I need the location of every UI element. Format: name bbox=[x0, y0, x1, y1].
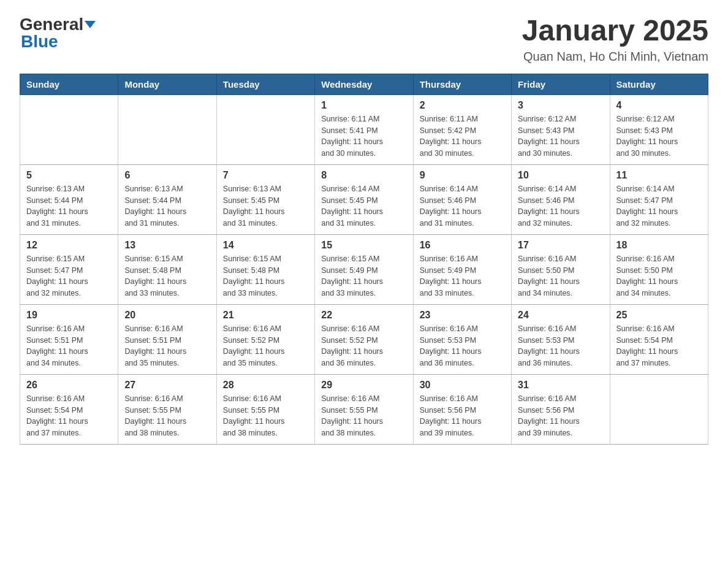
day-info: Sunrise: 6:16 AM Sunset: 5:51 PM Dayligh… bbox=[124, 323, 210, 369]
day-number: 4 bbox=[616, 100, 702, 111]
calendar-cell: 9Sunrise: 6:14 AM Sunset: 5:46 PM Daylig… bbox=[413, 164, 511, 234]
day-info: Sunrise: 6:16 AM Sunset: 5:53 PM Dayligh… bbox=[518, 323, 603, 369]
calendar-cell: 5Sunrise: 6:13 AM Sunset: 5:44 PM Daylig… bbox=[20, 164, 118, 234]
day-info: Sunrise: 6:16 AM Sunset: 5:56 PM Dayligh… bbox=[420, 393, 505, 439]
calendar-day-header: Wednesday bbox=[315, 74, 413, 94]
day-number: 10 bbox=[518, 170, 603, 181]
header: General Blue January 2025 Quan Nam, Ho C… bbox=[20, 15, 708, 64]
calendar-cell: 4Sunrise: 6:12 AM Sunset: 5:43 PM Daylig… bbox=[610, 94, 708, 164]
day-number: 17 bbox=[518, 240, 603, 251]
day-info: Sunrise: 6:16 AM Sunset: 5:51 PM Dayligh… bbox=[26, 323, 112, 369]
day-number: 2 bbox=[420, 100, 505, 111]
logo-area: General Blue bbox=[20, 15, 97, 52]
day-number: 28 bbox=[223, 380, 308, 391]
day-number: 30 bbox=[420, 380, 505, 391]
calendar-cell: 28Sunrise: 6:16 AM Sunset: 5:55 PM Dayli… bbox=[216, 374, 314, 444]
day-info: Sunrise: 6:13 AM Sunset: 5:44 PM Dayligh… bbox=[26, 183, 112, 229]
calendar-cell: 14Sunrise: 6:15 AM Sunset: 5:48 PM Dayli… bbox=[216, 234, 314, 304]
day-number: 5 bbox=[26, 170, 112, 181]
calendar-day-header: Tuesday bbox=[216, 74, 314, 94]
day-info: Sunrise: 6:16 AM Sunset: 5:55 PM Dayligh… bbox=[124, 393, 210, 439]
calendar-cell: 15Sunrise: 6:15 AM Sunset: 5:49 PM Dayli… bbox=[315, 234, 413, 304]
title-area: January 2025 Quan Nam, Ho Chi Minh, Viet… bbox=[522, 15, 708, 64]
page-subtitle: Quan Nam, Ho Chi Minh, Vietnam bbox=[522, 50, 708, 64]
day-number: 15 bbox=[321, 240, 406, 251]
day-info: Sunrise: 6:11 AM Sunset: 5:41 PM Dayligh… bbox=[321, 113, 406, 159]
calendar-cell: 18Sunrise: 6:16 AM Sunset: 5:50 PM Dayli… bbox=[610, 234, 708, 304]
day-number: 12 bbox=[26, 240, 112, 251]
calendar-day-header: Sunday bbox=[20, 74, 118, 94]
day-number: 22 bbox=[321, 310, 406, 321]
calendar-cell: 25Sunrise: 6:16 AM Sunset: 5:54 PM Dayli… bbox=[610, 304, 708, 374]
calendar-week-row: 5Sunrise: 6:13 AM Sunset: 5:44 PM Daylig… bbox=[20, 164, 708, 234]
day-info: Sunrise: 6:16 AM Sunset: 5:50 PM Dayligh… bbox=[616, 253, 702, 299]
day-number: 7 bbox=[223, 170, 308, 181]
day-info: Sunrise: 6:16 AM Sunset: 5:54 PM Dayligh… bbox=[26, 393, 112, 439]
calendar-cell bbox=[118, 94, 216, 164]
calendar-cell: 24Sunrise: 6:16 AM Sunset: 5:53 PM Dayli… bbox=[512, 304, 610, 374]
day-info: Sunrise: 6:15 AM Sunset: 5:48 PM Dayligh… bbox=[124, 253, 210, 299]
day-info: Sunrise: 6:14 AM Sunset: 5:45 PM Dayligh… bbox=[321, 183, 406, 229]
calendar-cell: 26Sunrise: 6:16 AM Sunset: 5:54 PM Dayli… bbox=[20, 374, 118, 444]
day-info: Sunrise: 6:16 AM Sunset: 5:53 PM Dayligh… bbox=[420, 323, 505, 369]
day-info: Sunrise: 6:16 AM Sunset: 5:50 PM Dayligh… bbox=[518, 253, 603, 299]
day-info: Sunrise: 6:15 AM Sunset: 5:47 PM Dayligh… bbox=[26, 253, 112, 299]
calendar-week-row: 26Sunrise: 6:16 AM Sunset: 5:54 PM Dayli… bbox=[20, 374, 708, 444]
calendar-cell: 29Sunrise: 6:16 AM Sunset: 5:55 PM Dayli… bbox=[315, 374, 413, 444]
calendar-cell: 12Sunrise: 6:15 AM Sunset: 5:47 PM Dayli… bbox=[20, 234, 118, 304]
calendar-cell: 17Sunrise: 6:16 AM Sunset: 5:50 PM Dayli… bbox=[512, 234, 610, 304]
calendar-cell: 3Sunrise: 6:12 AM Sunset: 5:43 PM Daylig… bbox=[512, 94, 610, 164]
day-number: 29 bbox=[321, 380, 406, 391]
calendar-cell: 20Sunrise: 6:16 AM Sunset: 5:51 PM Dayli… bbox=[118, 304, 216, 374]
day-number: 6 bbox=[124, 170, 210, 181]
calendar-cell: 23Sunrise: 6:16 AM Sunset: 5:53 PM Dayli… bbox=[413, 304, 511, 374]
calendar-day-header: Thursday bbox=[413, 74, 511, 94]
day-info: Sunrise: 6:14 AM Sunset: 5:46 PM Dayligh… bbox=[420, 183, 505, 229]
day-number: 24 bbox=[518, 310, 603, 321]
day-info: Sunrise: 6:11 AM Sunset: 5:42 PM Dayligh… bbox=[420, 113, 505, 159]
day-info: Sunrise: 6:12 AM Sunset: 5:43 PM Dayligh… bbox=[616, 113, 702, 159]
calendar-cell: 6Sunrise: 6:13 AM Sunset: 5:44 PM Daylig… bbox=[118, 164, 216, 234]
calendar-cell: 22Sunrise: 6:16 AM Sunset: 5:52 PM Dayli… bbox=[315, 304, 413, 374]
day-info: Sunrise: 6:16 AM Sunset: 5:55 PM Dayligh… bbox=[223, 393, 308, 439]
day-info: Sunrise: 6:16 AM Sunset: 5:56 PM Dayligh… bbox=[518, 393, 603, 439]
day-info: Sunrise: 6:13 AM Sunset: 5:45 PM Dayligh… bbox=[223, 183, 308, 229]
calendar-week-row: 1Sunrise: 6:11 AM Sunset: 5:41 PM Daylig… bbox=[20, 94, 708, 164]
calendar-cell: 2Sunrise: 6:11 AM Sunset: 5:42 PM Daylig… bbox=[413, 94, 511, 164]
day-number: 18 bbox=[616, 240, 702, 251]
day-number: 9 bbox=[420, 170, 505, 181]
page-title: January 2025 bbox=[522, 15, 708, 47]
day-number: 25 bbox=[616, 310, 702, 321]
day-number: 14 bbox=[223, 240, 308, 251]
calendar-cell: 11Sunrise: 6:14 AM Sunset: 5:47 PM Dayli… bbox=[610, 164, 708, 234]
day-info: Sunrise: 6:16 AM Sunset: 5:55 PM Dayligh… bbox=[321, 393, 406, 439]
day-info: Sunrise: 6:16 AM Sunset: 5:49 PM Dayligh… bbox=[420, 253, 505, 299]
calendar-day-header: Monday bbox=[118, 74, 216, 94]
calendar-cell: 10Sunrise: 6:14 AM Sunset: 5:46 PM Dayli… bbox=[512, 164, 610, 234]
day-number: 11 bbox=[616, 170, 702, 181]
day-number: 3 bbox=[518, 100, 603, 111]
calendar-cell: 1Sunrise: 6:11 AM Sunset: 5:41 PM Daylig… bbox=[315, 94, 413, 164]
calendar-cell bbox=[216, 94, 314, 164]
calendar-cell: 7Sunrise: 6:13 AM Sunset: 5:45 PM Daylig… bbox=[216, 164, 314, 234]
day-info: Sunrise: 6:16 AM Sunset: 5:52 PM Dayligh… bbox=[321, 323, 406, 369]
calendar-cell: 8Sunrise: 6:14 AM Sunset: 5:45 PM Daylig… bbox=[315, 164, 413, 234]
day-info: Sunrise: 6:15 AM Sunset: 5:49 PM Dayligh… bbox=[321, 253, 406, 299]
day-number: 26 bbox=[26, 380, 112, 391]
calendar-table: SundayMondayTuesdayWednesdayThursdayFrid… bbox=[20, 74, 708, 445]
calendar-header-row: SundayMondayTuesdayWednesdayThursdayFrid… bbox=[20, 74, 708, 94]
logo-triangle-icon bbox=[85, 21, 96, 28]
calendar-week-row: 19Sunrise: 6:16 AM Sunset: 5:51 PM Dayli… bbox=[20, 304, 708, 374]
day-info: Sunrise: 6:16 AM Sunset: 5:52 PM Dayligh… bbox=[223, 323, 308, 369]
calendar-cell bbox=[610, 374, 708, 444]
calendar-cell bbox=[20, 94, 118, 164]
day-number: 27 bbox=[124, 380, 210, 391]
calendar-cell: 31Sunrise: 6:16 AM Sunset: 5:56 PM Dayli… bbox=[512, 374, 610, 444]
calendar-cell: 19Sunrise: 6:16 AM Sunset: 5:51 PM Dayli… bbox=[20, 304, 118, 374]
day-info: Sunrise: 6:13 AM Sunset: 5:44 PM Dayligh… bbox=[124, 183, 210, 229]
calendar-day-header: Friday bbox=[512, 74, 610, 94]
day-number: 1 bbox=[321, 100, 406, 111]
calendar-cell: 16Sunrise: 6:16 AM Sunset: 5:49 PM Dayli… bbox=[413, 234, 511, 304]
day-number: 19 bbox=[26, 310, 112, 321]
calendar-cell: 21Sunrise: 6:16 AM Sunset: 5:52 PM Dayli… bbox=[216, 304, 314, 374]
